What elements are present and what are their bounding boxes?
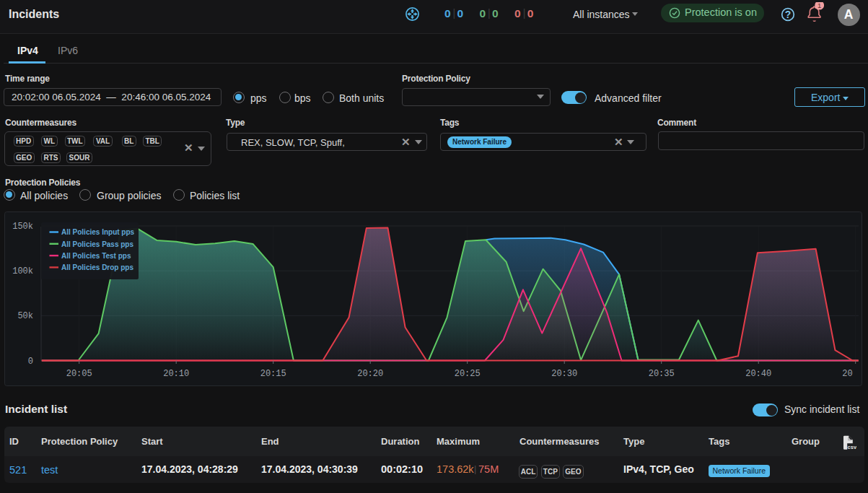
svg-text:All Policies Input pps: All Policies Input pps <box>61 228 135 236</box>
svg-text:150k: 150k <box>12 222 33 232</box>
svg-text:20:35: 20:35 <box>649 369 675 379</box>
svg-text:All Policies Drop pps: All Policies Drop pps <box>61 263 133 271</box>
svg-text:All Policies Test pps: All Policies Test pps <box>61 252 131 260</box>
svg-text:20: 20 <box>842 369 852 379</box>
svg-text:20:30: 20:30 <box>551 369 577 379</box>
svg-text:20:05: 20:05 <box>66 369 92 379</box>
svg-text:csv: csv <box>848 444 856 450</box>
svg-text:All Policies Pass pps: All Policies Pass pps <box>61 240 133 248</box>
svg-text:100k: 100k <box>12 266 33 276</box>
svg-text:20:20: 20:20 <box>357 369 383 379</box>
svg-text:20:15: 20:15 <box>260 369 286 379</box>
svg-text:50k: 50k <box>17 311 33 321</box>
svg-text:20:40: 20:40 <box>745 369 771 379</box>
svg-text:20:10: 20:10 <box>163 369 189 379</box>
svg-text:?: ? <box>785 9 792 20</box>
svg-text:0: 0 <box>28 357 33 367</box>
svg-text:20:25: 20:25 <box>455 369 481 379</box>
svg-text:1: 1 <box>817 2 821 9</box>
